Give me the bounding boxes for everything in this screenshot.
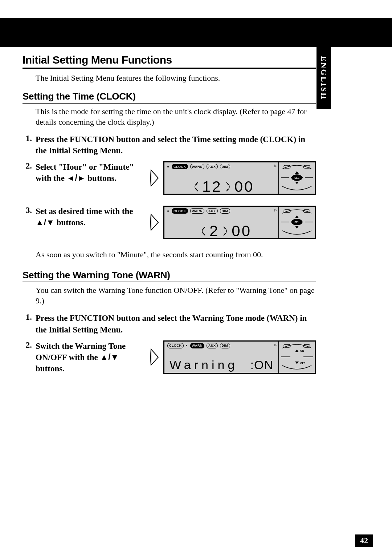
tab-clock: CLOCK [172,164,188,169]
tab-dim: DIM [220,164,230,169]
warn-step-1: 1. Press the FUNCTION button and select … [23,312,316,335]
step-text-part: buttons. [54,218,86,227]
indicator-dot-icon [167,166,169,167]
blink-right-icon [226,178,231,194]
step-number: 1. [23,134,32,143]
lcd-control-pad: ON OFF [278,342,315,373]
step-text: Set as desired time with the ▲/▼ buttons… [36,206,142,228]
lcd-control-pad: SEL [278,207,315,238]
tab-aux: AUX [207,164,218,169]
main-heading: Initial Setting Menu Functions [23,54,316,69]
clock-step-1: 1. Press the FUNCTION button and select … [23,134,316,156]
lcd-minute: 00 [232,223,252,239]
header-black-bar [0,18,392,47]
lcd-hour: 2 [209,223,219,239]
step-text-part: buttons. [36,364,65,373]
pointer-icon [150,169,160,187]
lcd-figure-clock-2: CLOCK WARN AUX DIM ▷ 2 00 [150,206,316,239]
section-heading-warn: Setting the Warning Tone (WARN) [23,270,316,282]
lcd-warning-value: :ON [250,358,273,372]
step-number: 2. [23,340,32,350]
tab-clock: CLOCK [172,208,188,214]
lcd-hour: 12 [202,179,222,194]
up-down-arrow-icon: ▲/▼ [100,352,119,363]
language-tab: ENGLISH [317,47,331,109]
nav-right-icon: ▷ [274,343,277,347]
step-text-part: buttons. [86,174,117,183]
tab-warn: WARN [190,343,205,348]
step-text-part: Set as desired time with the [36,207,133,216]
indicator-dot-icon [186,345,187,346]
section-heading-clock: Setting the Time (CLOCK) [23,91,316,104]
step-text: Press the FUNCTION button and select the… [36,134,316,156]
lcd-warning-label: Warning [170,358,238,372]
warn-step-2-row: 2. Switch the Warning Tone ON/OFF with t… [23,340,316,374]
tab-warn: WARN [190,208,205,214]
tab-clock: CLOCK [167,343,184,348]
left-right-arrow-icon: ◄/► [67,173,86,184]
indicator-dot-icon [167,210,169,212]
nav-right-icon: ▷ [274,164,277,167]
lcd-figure-clock-1: CLOCK WARN AUX DIM ▷ 12 00 [150,161,316,195]
step-number: 3. [23,206,32,215]
step-text: Switch the Warning Tone ON/OFF with the … [36,340,142,374]
blink-right-icon [223,223,228,239]
clock-description: This is the mode for setting the time on… [36,106,316,127]
clock-note: As soon as you switch to "Minute", the s… [36,250,316,259]
tab-dim: DIM [220,208,230,214]
svg-text:OFF: OFF [300,362,306,364]
page-content: Initial Setting Menu Functions The Initi… [0,47,392,374]
tab-warn: WARN [190,164,205,169]
tab-dim: DIM [220,343,230,348]
lcd-figure-warn: CLOCK WARN AUX DIM ▷ Warning :ON [150,340,316,374]
svg-text:SEL: SEL [294,221,299,223]
lcd-minute: 00 [234,179,254,194]
blink-left-icon [193,178,199,194]
tab-aux: AUX [207,208,218,214]
nav-right-icon: ▷ [274,208,277,212]
blink-left-icon [201,223,206,239]
clock-step-3-row: 3. Set as desired time with the ▲/▼ butt… [23,206,316,239]
sel-label: SEL [294,177,299,179]
step-text: Select "Hour" or "Minute" with the ◄/► b… [36,161,142,184]
page-number: 42 [355,534,373,547]
pointer-icon [150,213,160,232]
up-down-arrow-icon: ▲/▼ [36,217,54,228]
step-text: Press the FUNCTION button and select the… [36,312,316,335]
pointer-icon [150,348,160,367]
clock-step-2-row: 2. Select "Hour" or "Minute" with the ◄/… [23,161,316,195]
svg-text:ON: ON [300,350,304,352]
warn-description: You can switch the Warning Tone function… [36,285,316,306]
lcd-control-pad: SEL [278,162,315,194]
main-intro-text: The Initial Setting Menu features the fo… [36,73,316,83]
step-number: 2. [23,161,32,171]
tab-aux: AUX [207,343,218,348]
step-number: 1. [23,312,32,322]
